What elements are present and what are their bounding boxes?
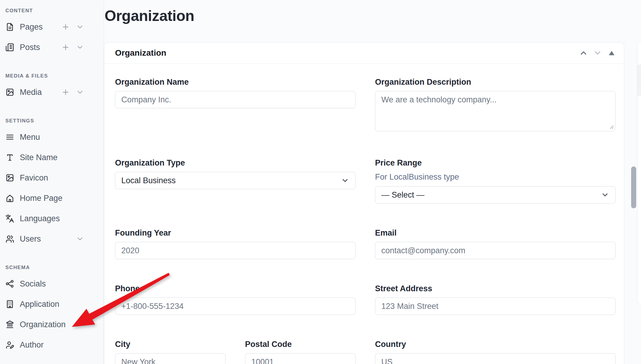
sidebar-item-label: Home Page [20, 194, 63, 203]
page-title: Organization [105, 7, 641, 25]
sidebar-item-users[interactable]: Users [0, 229, 104, 249]
sidebar-item-label: Languages [20, 214, 60, 223]
scrollbar-thumb[interactable] [631, 166, 636, 208]
organization-type-value: Local Business [121, 176, 176, 185]
chevron-down-icon[interactable] [75, 234, 84, 243]
sidebar-item-media[interactable]: Media [0, 82, 104, 102]
field-street-address: Street Address [375, 283, 616, 315]
city-label: City [115, 339, 226, 350]
chevron-down-icon[interactable] [75, 88, 84, 97]
postal-code-label: Postal Code [245, 339, 356, 350]
sidebar-item-label: Organization [20, 320, 66, 329]
card-header: Organization [104, 43, 624, 64]
field-phone: Phone [115, 283, 356, 315]
add-media-button[interactable] [61, 88, 70, 97]
move-up-icon[interactable] [579, 48, 588, 57]
chevron-down-icon [341, 176, 349, 185]
sidebar-item-site-name[interactable]: Site Name [0, 147, 104, 168]
email-input[interactable] [375, 242, 616, 259]
media-icon [5, 88, 14, 97]
founding-year-label: Founding Year [115, 228, 356, 238]
next-card-sliver [637, 41, 641, 305]
sidebar-item-pages[interactable]: Pages [0, 17, 104, 37]
sidebar-item-label: Application [20, 300, 59, 309]
sidebar-item-label: Site Name [20, 153, 58, 162]
field-organization-type: Organization Type Local Business [115, 157, 356, 189]
street-address-input[interactable] [375, 298, 616, 315]
home-icon [5, 194, 14, 203]
sidebar-item-home-page[interactable]: Home Page [0, 188, 104, 208]
share-icon [5, 279, 14, 288]
card-title: Organization [115, 48, 166, 58]
sidebar-item-label: Users [20, 234, 41, 244]
sidebar-section: SCHEMASocialsApplicationOrganizationAuth… [0, 265, 104, 355]
sidebar: CONTENTPagesPostsMEDIA & FILESMediaSETTI… [0, 0, 104, 364]
resize-grip-icon[interactable] [609, 125, 614, 129]
sidebar-item-application[interactable]: Application [0, 294, 104, 314]
chevron-down-icon[interactable] [75, 22, 84, 31]
building-icon [5, 300, 14, 309]
street-address-label: Street Address [375, 283, 616, 294]
organization-description-label: Organization Description [375, 77, 616, 87]
collapse-triangle-icon[interactable] [607, 48, 616, 57]
type-icon [5, 153, 14, 162]
field-city: City [115, 339, 226, 364]
sidebar-section-label: CONTENT [5, 8, 104, 14]
chevron-down-icon [601, 191, 609, 199]
chevron-down-icon[interactable] [75, 43, 84, 52]
organization-type-label: Organization Type [115, 157, 356, 168]
sidebar-section-label: SCHEMA [5, 265, 104, 271]
sidebar-section-label: MEDIA & FILES [5, 73, 104, 79]
phone-input[interactable] [115, 298, 356, 315]
posts-icon [5, 43, 14, 52]
sidebar-item-socials[interactable]: Socials [0, 274, 104, 294]
pages-icon [5, 22, 14, 31]
add-posts-button[interactable] [61, 43, 70, 52]
sidebar-item-label: Pages [20, 22, 43, 32]
sidebar-item-label: Posts [20, 43, 40, 52]
postal-code-input[interactable] [245, 353, 356, 364]
price-range-value: — Select — [381, 190, 424, 200]
sidebar-section: MEDIA & FILESMedia [0, 73, 104, 102]
sidebar-item-favicon[interactable]: Favicon [0, 168, 104, 188]
languages-icon [5, 214, 14, 223]
user-pen-icon [5, 340, 14, 349]
phone-label: Phone [115, 283, 356, 294]
move-down-icon[interactable] [593, 48, 602, 57]
sidebar-item-posts[interactable]: Posts [0, 37, 104, 57]
organization-description-textarea[interactable] [375, 91, 616, 131]
field-founding-year: Founding Year [115, 228, 356, 259]
menu-icon [5, 133, 14, 142]
city-input[interactable] [115, 353, 226, 364]
sidebar-item-label: Favicon [20, 173, 48, 183]
email-label: Email [375, 228, 616, 238]
organization-name-input[interactable] [115, 91, 356, 108]
sidebar-item-author[interactable]: Author [0, 335, 104, 355]
organization-type-select[interactable]: Local Business [115, 172, 356, 189]
field-organization-name: Organization Name [115, 77, 356, 108]
card-body: Organization Name Organization Descripti… [104, 64, 624, 364]
field-email: Email [375, 228, 616, 259]
price-range-label: Price Range [375, 157, 616, 168]
sidebar-item-label: Author [20, 340, 44, 350]
sidebar-section: CONTENTPagesPosts [0, 8, 104, 57]
founding-year-input[interactable] [115, 242, 356, 259]
organization-settings-card: Organization Organization Name [104, 42, 624, 364]
field-postal-code: Postal Code [245, 339, 356, 364]
sidebar-item-organization[interactable]: Organization [0, 314, 104, 335]
add-pages-button[interactable] [61, 22, 70, 31]
country-label: Country [375, 339, 616, 350]
price-range-helper: For LocalBusiness type [375, 172, 616, 182]
next-card-content-sliver [637, 65, 641, 95]
sidebar-item-menu[interactable]: Menu [0, 127, 104, 147]
sidebar-section: SETTINGSMenuSite NameFaviconHome PageLan… [0, 118, 104, 249]
sidebar-item-label: Socials [20, 279, 46, 289]
sidebar-section-label: SETTINGS [5, 118, 104, 124]
sidebar-item-label: Menu [20, 133, 40, 142]
organization-name-label: Organization Name [115, 77, 356, 87]
price-range-select[interactable]: — Select — [375, 186, 616, 204]
users-icon [5, 234, 14, 243]
field-price-range: Price Range For LocalBusiness type — Sel… [375, 157, 616, 204]
sidebar-item-languages[interactable]: Languages [0, 208, 104, 229]
country-input[interactable] [375, 353, 616, 364]
